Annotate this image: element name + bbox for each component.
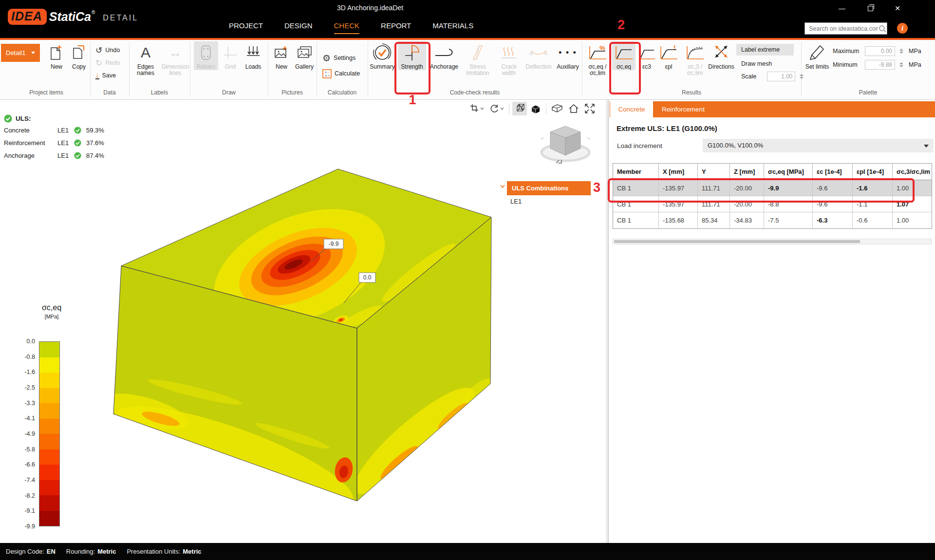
result-sc3-sclim-button[interactable]: σc,3 / σc,lim — [680, 41, 710, 76]
detail-select[interactable]: Detail1 — [1, 44, 40, 62]
draw-mesh-toggle[interactable]: Draw mesh — [741, 58, 772, 69]
edges-names-button[interactable]: A Edges names — [132, 41, 159, 76]
uls-row-reinforcement[interactable]: Reinforcement LE1 37.6% — [4, 139, 104, 147]
gear-icon: ⚙ — [322, 53, 331, 64]
toggle-label: Draw mesh — [741, 60, 772, 67]
color-scale-title: σc,eq [MPa] — [27, 303, 76, 319]
section-tool-button[interactable] — [468, 102, 486, 115]
stress-limitation-button[interactable]: Stress limitation — [462, 41, 493, 76]
column-header[interactable]: Member — [613, 164, 659, 180]
dimension-lines-button[interactable]: ↔ Dimension lines — [161, 41, 190, 76]
table-horizontal-scrollbar[interactable] — [613, 239, 932, 244]
clipped-view-button[interactable] — [549, 102, 565, 115]
peak-value-label: -9.9 — [324, 239, 343, 249]
rounding-value: Metric — [97, 548, 116, 555]
chevron-down-icon[interactable] — [500, 184, 505, 188]
scale-input[interactable]: 1.00 — [767, 72, 795, 81]
auxiliary-button[interactable]: • • • Auxiliary — [555, 41, 581, 70]
result-sceq-button[interactable]: σc,eq — [612, 41, 636, 70]
table-cell: 1.00 — [893, 212, 932, 228]
new-project-item-button[interactable]: New — [46, 41, 67, 70]
tab-concrete[interactable]: Concrete — [610, 101, 653, 117]
info-button[interactable]: i — [897, 23, 908, 34]
table-row[interactable]: CB 1-135.97111.71-20.00-8.8-9.6-1.11.07 — [613, 196, 932, 212]
minimize-button[interactable]: — — [834, 2, 850, 15]
column-header[interactable]: σc,eq [MPa] — [764, 164, 813, 180]
tree-item-le1[interactable]: LE1 — [510, 198, 522, 205]
label-extreme-toggle[interactable]: Label extreme — [736, 44, 794, 56]
rotate-view-button[interactable] — [487, 102, 506, 115]
menu-project[interactable]: PROJECT — [229, 21, 263, 34]
redo-button[interactable]: ↻ Redo — [95, 57, 120, 68]
zoom-fit-button[interactable] — [582, 102, 597, 115]
directions-button[interactable]: Directions — [709, 41, 734, 70]
load-increment-select[interactable]: G100.0%, V100.0% — [703, 139, 934, 152]
deflection-button[interactable]: Deflection — [524, 41, 553, 70]
color-scale-band — [39, 449, 59, 465]
navigation-cube[interactable] — [540, 118, 591, 165]
close-button[interactable]: ✕ — [889, 2, 906, 15]
gallery-icon — [296, 41, 313, 64]
scrollbar-thumb[interactable] — [614, 240, 860, 243]
crack-width-button[interactable]: Crack width — [495, 41, 523, 76]
color-scale-tick: -7.4 — [0, 477, 35, 484]
column-header[interactable]: εc [1e-4] — [813, 164, 853, 180]
group-label-code-check: Code-check results — [368, 89, 582, 96]
uls-row-anchorage[interactable]: Anchorage LE1 87.4% — [4, 151, 104, 160]
column-header[interactable]: Z [mm] — [730, 164, 764, 180]
set-limits-button[interactable]: Set limits — [804, 41, 830, 70]
home-view-button[interactable] — [566, 102, 581, 115]
panel-divider[interactable] — [607, 100, 609, 543]
maximum-input[interactable]: 0.00 — [865, 46, 895, 56]
wireframe-view-button[interactable] — [512, 102, 527, 115]
restore-button[interactable] — [862, 2, 879, 15]
check-circle-icon — [74, 139, 81, 147]
gallery-button[interactable]: Gallery — [293, 41, 316, 70]
settings-button[interactable]: ⚙ Settings — [322, 52, 355, 64]
tab-reinforcement[interactable]: Reinforcement — [656, 101, 710, 117]
uls-row-concrete[interactable]: Concrete LE1 59.3% — [4, 126, 104, 134]
strength-check-button[interactable]: Strength — [398, 41, 426, 70]
tree-item-label: ULS Combinations — [512, 185, 568, 192]
result-epl-button[interactable]: ! εpl — [658, 41, 679, 70]
solid-view-button[interactable] — [528, 102, 543, 115]
table-row[interactable]: CB 1-135.6885.34-34.83-7.5-6.3-0.61.00 — [613, 212, 932, 228]
result-ec3-button[interactable]: εc3 — [636, 41, 657, 70]
table-row[interactable]: CB 1-135.97111.71-20.00-9.9-9.6-1.61.00 — [613, 180, 932, 196]
summary-check-button[interactable]: Summary — [369, 41, 395, 70]
table-cell: -1.1 — [853, 196, 893, 212]
result-sceq-sclim-button[interactable]: % σc,eq / σc,lim — [584, 41, 611, 76]
loads-toggle[interactable]: Loads — [242, 41, 265, 70]
maximum-spinner[interactable] — [899, 49, 903, 54]
save-button[interactable]: ↓ Save — [95, 70, 116, 81]
units-value: Metric — [183, 548, 201, 555]
calculate-button[interactable]: +-×÷ Calculate — [322, 67, 360, 80]
minimum-spinner[interactable] — [899, 62, 903, 67]
svg-text:0.0: 0.0 — [363, 274, 372, 281]
rebars-toggle[interactable]: Rebars — [194, 41, 218, 70]
scene-canvas: -9.9 0.0 — [0, 100, 607, 543]
column-header[interactable]: σc,3/σc,lim — [893, 164, 932, 180]
column-header[interactable]: εpl [1e-4] — [853, 164, 893, 180]
anchorage-check-button[interactable]: Anchorage — [428, 41, 460, 70]
new-picture-button[interactable]: New — [271, 41, 292, 70]
tree-item-uls-combinations[interactable]: ULS Combinations — [507, 181, 591, 195]
3d-viewport[interactable]: -9.9 0.0 — [0, 100, 607, 543]
minimum-input[interactable]: -9.88 — [865, 60, 895, 70]
column-header[interactable]: Y — [698, 164, 730, 180]
grid-toggle[interactable]: Grid — [220, 41, 241, 70]
new-image-icon — [274, 41, 289, 64]
scale-spinner[interactable] — [800, 74, 804, 79]
search-input[interactable]: Search on ideastatica.com — [804, 22, 887, 35]
menu-report[interactable]: REPORT — [381, 21, 411, 34]
grid-icon — [223, 41, 238, 64]
menu-check[interactable]: CHECK — [334, 21, 360, 34]
group-label-labels: Labels — [129, 89, 190, 96]
copy-button[interactable]: Copy — [68, 41, 90, 70]
group-label-pictures: Pictures — [268, 89, 317, 96]
menu-materials[interactable]: MATERIALS — [432, 21, 473, 34]
column-header[interactable]: X [mm] — [659, 164, 698, 180]
menu-design[interactable]: DESIGN — [284, 21, 313, 34]
table-cell: 111.71 — [698, 196, 730, 212]
undo-button[interactable]: ↺ Undo — [95, 45, 120, 56]
